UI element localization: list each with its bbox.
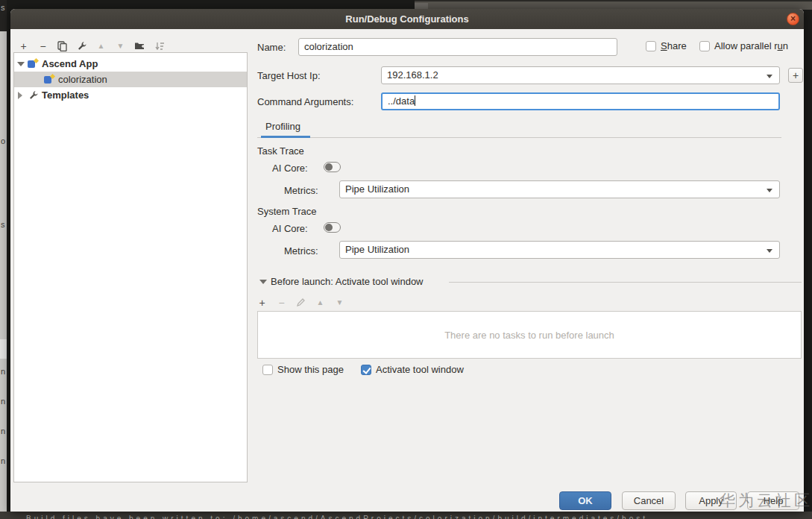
edge-letter: n [1,456,5,465]
dialog-titlebar[interactable]: Run/Debug Configurations [10,9,804,29]
metrics-label: Metrics: [284,245,318,257]
sort-icon[interactable] [154,40,165,51]
edge-letter: n [1,397,5,406]
share-label: Share [661,40,687,51]
tree-item-ascend-app[interactable]: Ascend App [14,56,247,72]
edge-letter: s [1,3,5,12]
activate-tool-window-checkbox[interactable]: Activate tool window [361,364,464,375]
chevron-expanded-icon[interactable] [17,62,25,66]
edge-highlight [0,339,7,359]
combo-arrow-icon[interactable] [767,189,772,192]
tree-item-colorization[interactable]: colorization [14,72,247,87]
copy-icon[interactable] [57,40,68,51]
add-icon[interactable]: + [18,40,29,51]
tab-profiling[interactable]: Profiling [265,121,300,132]
show-this-page-checkbox-box[interactable] [262,365,273,375]
edge-letter: s [1,220,5,229]
add-task-icon[interactable]: + [256,297,268,308]
move-up-icon[interactable]: ▲ [95,40,107,51]
share-checkbox-box[interactable] [646,41,656,51]
tree-item-label: Ascend App [42,58,98,69]
templates-wrench-icon [28,90,39,101]
task-down-icon[interactable]: ▼ [334,297,345,308]
ai-core-toggle[interactable] [324,222,341,233]
combo-arrow-icon[interactable] [767,75,772,78]
tab-active-underline [261,136,310,138]
dialog-title: Run/Debug Configurations [345,13,468,25]
target-host-ip-combo[interactable]: 192.168.1.2 [381,66,780,84]
empty-tasks-text: There are no tasks to run before launch [444,330,614,341]
edge-letter: o [1,136,5,145]
allow-parallel-run-checkbox-box[interactable] [699,41,710,51]
before-launch-title: Before launch: Activate tool window [271,276,424,287]
system-trace-title: System Trace [257,206,316,217]
tree-item-label: colorization [58,74,107,85]
show-this-page-checkbox[interactable]: Show this page [262,364,344,375]
ide-status-bar: Build files have been written to: /home/… [0,512,812,519]
tree-item-templates[interactable]: Templates [14,87,247,103]
tree-toolbar: + − ▲ ▼ [18,40,165,51]
tree-item-label: Templates [42,89,89,101]
before-launch-toolbar: + − ▲ ▼ [256,297,345,308]
new-folder-icon[interactable] [134,40,145,51]
before-launch-divider [449,282,802,283]
ai-core-label: AI Core: [272,163,308,174]
share-checkbox[interactable]: Share [646,40,687,51]
ai-core-toggle[interactable] [324,162,341,172]
task-up-icon[interactable]: ▲ [315,297,326,308]
build-output-text: Build files have been written to: /home/… [26,515,648,519]
configuration-icon [44,75,54,84]
ide-toolwindow-edge: s o s n n n n [0,0,7,519]
chevron-collapsed-icon[interactable] [18,92,22,99]
remove-icon[interactable]: − [37,40,48,51]
command-arguments-label: Command Arguments: [257,96,353,107]
allow-parallel-run-checkbox[interactable]: Allow parallel run [699,40,788,51]
move-down-icon[interactable]: ▼ [115,40,126,51]
metrics-label: Metrics: [284,185,318,196]
command-arguments-input[interactable]: ../data [381,92,780,110]
close-icon[interactable]: × [787,13,799,25]
target-host-ip-label: Target Host Ip: [257,70,321,81]
name-input[interactable]: colorization [298,38,617,56]
remove-task-icon[interactable]: − [276,297,287,308]
tab-strip-line [257,137,781,138]
ai-core-label: AI Core: [272,223,308,234]
metrics-combo[interactable]: Pipe Utilization [339,180,780,198]
ok-button[interactable]: OK [559,491,611,510]
activate-tool-window-checkbox-box[interactable] [361,365,371,375]
combo-arrow-icon[interactable] [767,249,772,253]
text-caret [415,95,415,106]
watermark-text: 华为云社区 [720,490,812,511]
edit-defaults-wrench-icon[interactable] [76,40,87,51]
before-launch-collapse-icon[interactable] [259,280,267,284]
task-trace-title: Task Trace [257,145,304,157]
edge-letter: n [1,427,5,435]
metrics-combo[interactable]: Pipe Utilization [339,241,780,259]
allow-parallel-run-label: Allow parallel run [714,40,788,51]
edge-letter: n [1,367,5,376]
configurations-tree: Ascend App colorization Templates [13,52,248,482]
cancel-button[interactable]: Cancel [622,491,676,510]
edit-task-icon[interactable] [295,297,306,308]
ascend-app-icon [28,59,38,69]
before-launch-task-list: There are no tasks to run before launch [257,311,802,359]
name-label: Name: [257,42,286,53]
add-host-button[interactable]: + [788,68,803,83]
run-debug-configurations-dialog: Run/Debug Configurations × + − ▲ ▼ Ascen… [10,9,804,512]
